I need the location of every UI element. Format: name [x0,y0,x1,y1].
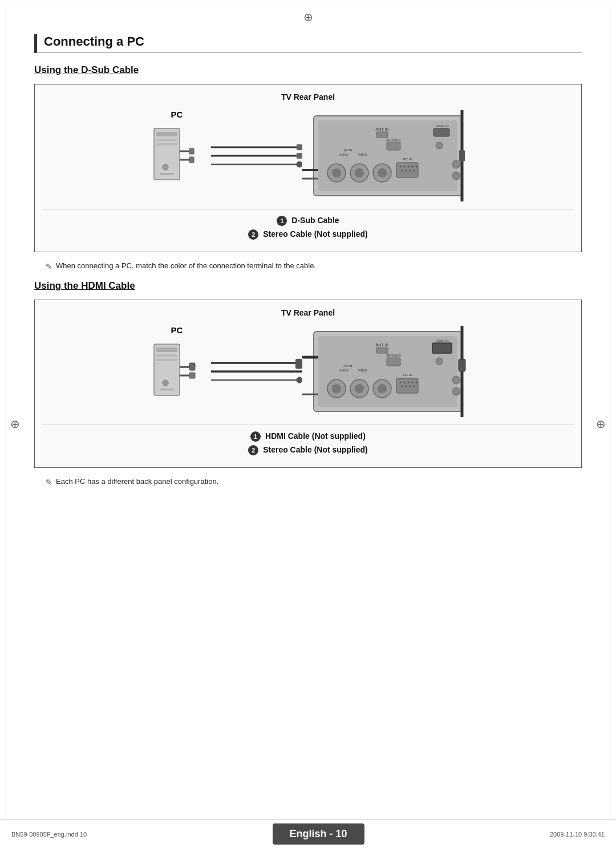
hdmi-cable2-caption: 2 Stereo Cable (Not supplied) [248,445,367,455]
footer-date: 2009-11-10 9:30:41 [550,831,605,838]
dsub-note: ✎ When connecting a PC, match the color … [46,261,582,271]
dsub-captions: 1 D-Sub Cable 2 Stereo Cable (Not suppli… [43,209,573,244]
dsub-cable2-caption: 2 Stereo Cable (Not supplied) [248,229,367,240]
svg-point-93 [406,386,407,387]
svg-point-97 [452,387,460,395]
svg-text:ANT IN: ANT IN [376,127,389,131]
svg-point-95 [414,386,415,387]
svg-point-47 [452,172,460,180]
svg-point-31 [355,168,364,177]
svg-rect-86 [396,378,418,393]
svg-rect-70 [432,343,452,353]
page-footer: BN59-00905F_eng.indd 10 English - 10 200… [0,819,616,848]
dsub-cable-svg [211,116,302,196]
svg-rect-23 [433,128,449,136]
svg-point-40 [416,166,418,168]
svg-rect-53 [156,348,177,352]
hdmi-note: ✎ Each PC has a different back panel con… [46,477,582,487]
svg-point-15 [297,161,302,167]
svg-text:AV IN: AV IN [343,364,352,368]
svg-point-4 [163,164,168,170]
hdmi-tv-svg: HDMI IN ANT IN SERVICE AV IN AUDIO VIDEO [302,326,468,417]
svg-point-91 [416,382,418,383]
hdmi-diagram-title: TV Rear Panel [43,308,573,317]
svg-text:HDMI IN: HDMI IN [436,339,449,342]
svg-rect-55 [156,359,177,361]
svg-rect-74 [387,358,400,366]
svg-point-56 [163,380,168,386]
svg-text:HDMI IN: HDMI IN [436,124,449,128]
dsub-tv-svg: ANT IN SERVICE HDMI IN AV IN AUDIO VIDEO [302,110,468,201]
pc-hdmi-illustration [148,338,205,418]
hdmi-diagram-box: TV Rear Panel PC [34,300,582,468]
dsub-badge1: 1 [277,216,287,226]
svg-point-42 [406,170,407,172]
svg-point-90 [412,382,414,383]
svg-text:AUDIO: AUDIO [339,369,348,372]
dsub-diagram-visual: PC [43,107,573,204]
hdmi-cable-svg [211,332,302,411]
subsection-dsub-title: Using the D-Sub Cable [34,64,582,76]
dsub-cable1-caption: 1 D-Sub Cable [277,216,339,226]
svg-rect-21 [387,142,400,150]
svg-point-41 [402,170,403,172]
svg-point-88 [404,382,406,383]
svg-point-94 [410,386,411,387]
svg-rect-51 [459,150,465,161]
hdmi-badge2: 2 [248,445,258,455]
dsub-badge2: 2 [248,229,258,240]
hdmi-cable1-caption: 1 HDMI Cable (Not supplied) [250,431,366,442]
svg-rect-1 [156,132,177,136]
footer-page-label: English - 10 [273,823,364,845]
svg-point-84 [378,384,387,393]
note-icon-1: ✎ [46,262,52,271]
dsub-tv-rear-panel: ANT IN SERVICE HDMI IN AV IN AUDIO VIDEO [302,110,468,201]
dsub-diagram-title: TV Rear Panel [43,92,573,102]
hdmi-tv-rear-panel: HDMI IN ANT IN SERVICE AV IN AUDIO VIDEO [302,326,468,417]
footer-filename: BN59-00905F_eng.indd 10 [11,831,87,838]
svg-text:PC IN: PC IN [403,158,412,161]
main-content: Connecting a PC Using the D-Sub Cable TV… [34,34,582,814]
svg-point-75 [436,358,443,365]
svg-point-82 [355,384,364,393]
svg-point-29 [332,168,341,177]
svg-point-89 [408,382,410,383]
svg-rect-65 [295,359,302,369]
compass-top-mark: ⊕ [303,10,313,24]
svg-point-80 [332,384,341,393]
svg-point-66 [297,377,302,383]
svg-point-96 [452,376,460,384]
svg-text:AV IN: AV IN [343,148,352,152]
svg-point-43 [410,170,411,172]
note-icon-2: ✎ [46,478,52,487]
svg-rect-72 [376,348,388,353]
svg-point-33 [378,168,387,177]
svg-rect-8 [189,148,194,154]
svg-point-39 [412,166,414,168]
svg-rect-2 [156,139,177,141]
svg-rect-101 [459,359,465,371]
hdmi-badge1: 1 [250,431,261,442]
page-title: Connecting a PC [34,34,582,53]
svg-rect-57 [160,389,174,390]
hdmi-pc-label: PC [171,325,183,335]
svg-point-87 [400,382,402,383]
svg-text:ANT IN: ANT IN [376,343,389,347]
hdmi-captions: 1 HDMI Cable (Not supplied) 2 Stereo Cab… [43,425,573,459]
subsection-hdmi-title: Using the HDMI Cable [34,280,582,292]
svg-text:VIDEO: VIDEO [358,369,367,372]
svg-rect-5 [160,173,174,175]
dsub-diagram-box: TV Rear Panel PC [34,84,582,252]
svg-rect-14 [297,153,302,159]
svg-point-92 [402,386,403,387]
compass-right-mark: ⊕ [596,417,606,431]
svg-rect-54 [156,354,177,357]
hdmi-diagram-visual: PC [43,323,573,420]
svg-point-37 [404,166,406,168]
svg-rect-19 [376,132,388,138]
svg-text:SERVICE: SERVICE [386,138,401,142]
svg-point-24 [436,142,443,149]
svg-point-44 [414,170,415,172]
svg-rect-61 [189,373,195,378]
svg-rect-3 [156,143,177,146]
